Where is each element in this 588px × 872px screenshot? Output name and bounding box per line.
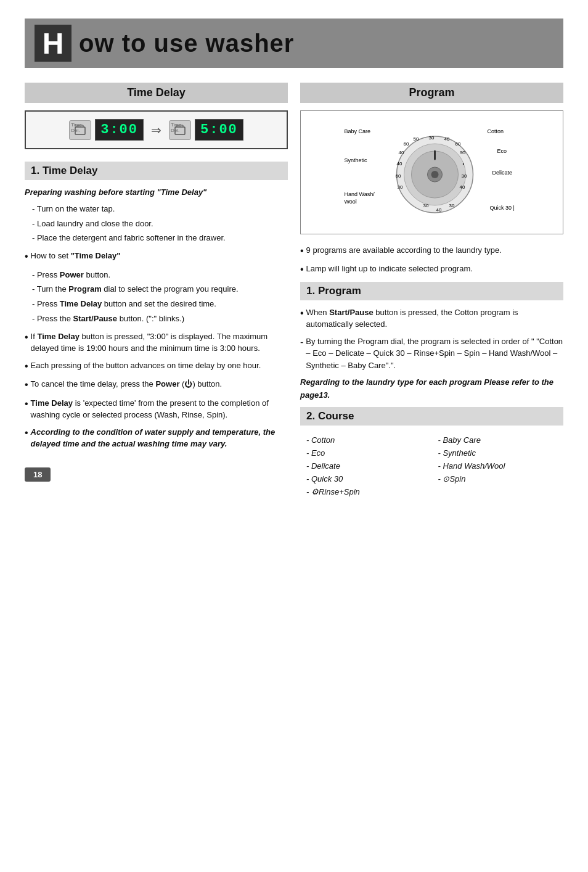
svg-text:30: 30 <box>423 203 429 208</box>
italic-note-text: Regarding to the laundry type for each p… <box>300 376 563 402</box>
program-section-header: Program <box>300 83 563 103</box>
svg-text:40: 40 <box>460 184 465 190</box>
td-unit-2: Time Del. 5:00 <box>169 119 243 141</box>
svg-text:60: 60 <box>404 141 409 147</box>
main-content: Time Delay Time Del. 3:00 ⇒ Time Del. <box>25 83 563 500</box>
prog-bullet-2-text: Lamp will light up to indicate selected … <box>306 263 563 275</box>
time-delay-bold-4: Time Delay <box>31 398 73 408</box>
bullet-5-text: According to the condition of water supp… <box>31 426 288 450</box>
how-to-set: • How to set "Time Delay" Press Power bu… <box>25 250 288 326</box>
svg-text:60: 60 <box>396 173 401 179</box>
page-number: 18 <box>25 467 51 482</box>
start-pause-bold: Start/Pause <box>73 314 117 323</box>
svg-text:Wool: Wool <box>345 199 357 205</box>
svg-text:Quick 30 |: Quick 30 | <box>490 205 515 211</box>
ht-step-4: Press the Start/Pause button. (":" blink… <box>25 313 288 326</box>
right-column: Program Baby Care Synthetic Hand Wash/ W… <box>300 83 563 500</box>
page-header: H ow to use washer <box>25 19 563 68</box>
td-unit-1: Time Del. 3:00 <box>69 119 144 141</box>
italic-note-section: Regarding to the laundry type for each p… <box>300 376 563 402</box>
course-grid: - Cotton - Baby Care - Eco - Synthetic -… <box>300 432 563 500</box>
program-dial-svg: Baby Care Synthetic Hand Wash/ Wool Cott… <box>306 116 558 227</box>
time-delay-display: Time Del. 3:00 ⇒ Time Del. 5:00 <box>25 110 288 149</box>
bullet-dot-5: • <box>25 397 28 411</box>
prog-bullet-2: • Lamp will light up to indicate selecte… <box>300 263 563 276</box>
td-time-1: 3:00 <box>95 119 144 141</box>
start-pause-bold-2: Start/Pause <box>329 308 374 317</box>
power-bold-2: Power <box>155 379 179 389</box>
program-dial-display: Baby Care Synthetic Hand Wash/ Wool Cott… <box>300 110 563 234</box>
svg-text:40: 40 <box>399 150 404 155</box>
svg-text:60: 60 <box>455 141 461 147</box>
bullet-4-item: • Time Delay is 'expected time' from the… <box>25 397 288 421</box>
how-to-header-item: • How to set "Time Delay" <box>25 250 288 263</box>
time-delay-section-header: Time Delay <box>25 83 288 103</box>
prog-detail-dot-2: - <box>300 335 303 349</box>
bullet-2-item: • Each pressing of the button advances o… <box>25 360 288 373</box>
how-to-header-text: How to set "Time Delay" <box>31 250 288 262</box>
bullet-dot-2: • <box>25 331 28 344</box>
bullet-dot-6: • <box>25 426 28 440</box>
svg-text:Cotton: Cotton <box>488 128 504 134</box>
course-hand-wash: - Hand Wash/Wool <box>438 460 558 472</box>
svg-text:Baby Care: Baby Care <box>345 128 371 134</box>
prog-bullet-1-text: 9 programs are available according to th… <box>306 244 563 257</box>
svg-text:40: 40 <box>436 207 442 213</box>
svg-text:Hand Wash/: Hand Wash/ <box>345 191 375 197</box>
ht-step-2: Turn the Program dial to select the prog… <box>25 283 288 296</box>
svg-text:40: 40 <box>397 161 402 167</box>
preparing-italic: Preparing washing before starting "Time … <box>25 187 206 197</box>
bullet-dot-4: • <box>25 378 28 392</box>
program-bold: Program <box>68 284 101 294</box>
step-1: Turn on the water tap. <box>25 203 288 216</box>
svg-text:•: • <box>463 161 465 167</box>
prog-detail-1-text: When Start/Pause button is pressed, the … <box>306 306 563 331</box>
prog-detail-2-text: By turning the Program dial, the program… <box>306 335 563 372</box>
program-sub-header: 1. Program <box>300 282 563 300</box>
bullet-5-item: • According to the condition of water su… <box>25 426 288 450</box>
svg-text:95: 95 <box>460 150 466 155</box>
bullet-4-text: Time Delay is 'expected time' from the p… <box>31 397 288 421</box>
program-bullets-section: • 9 programs are available according to … <box>300 244 563 277</box>
td-arrow: ⇒ <box>151 123 161 138</box>
course-rinse-spin: - ⚙Rinse+Spin <box>306 486 426 498</box>
course-quick30: - Quick 30 <box>306 473 426 485</box>
course-eco: - Eco <box>306 447 426 459</box>
preparing-text: Preparing washing before starting "Time … <box>25 186 288 245</box>
left-column: Time Delay Time Del. 3:00 ⇒ Time Del. <box>25 83 288 500</box>
td-icon-1: Time Del. <box>69 120 91 140</box>
course-cotton: - Cotton <box>306 434 426 446</box>
bullet-1-item: • If Time Delay button is pressed, "3:00… <box>25 331 288 355</box>
course-baby-care: - Baby Care <box>438 434 558 446</box>
bullet-3-text: To cancel the time delay, press the Powe… <box>31 378 288 390</box>
svg-text:Synthetic: Synthetic <box>345 157 368 163</box>
time-delay-sub-header: 1. Time Delay <box>25 162 288 180</box>
svg-text:30: 30 <box>398 184 403 190</box>
td-time-2: 5:00 <box>195 119 243 141</box>
ht-step-1: Press Power button. <box>25 269 288 282</box>
prog-bullet-1: • 9 programs are available according to … <box>300 244 563 258</box>
course-spin: - ⊙Spin <box>438 473 558 485</box>
header-letter: H <box>35 25 71 62</box>
how-to-steps-list: Press Power button. Turn the Program dia… <box>25 269 288 326</box>
course-empty <box>438 486 558 498</box>
prog-bullet-dot-2: • <box>300 263 304 276</box>
prog-detail-dot-1: • <box>300 306 304 320</box>
bullet-dot-3: • <box>25 360 28 373</box>
bullet-dot-1: • <box>25 250 28 263</box>
svg-point-31 <box>431 171 439 178</box>
svg-text:40: 40 <box>444 136 450 142</box>
svg-text:Delicate: Delicate <box>492 170 513 176</box>
header-title: ow to use washer <box>79 30 294 57</box>
svg-text:30: 30 <box>449 203 455 208</box>
step-2: Load laundry and close the door. <box>25 218 288 231</box>
program-details: • When Start/Pause button is pressed, th… <box>300 306 563 372</box>
course-sub-header: 2. Course <box>300 407 563 426</box>
svg-text:30: 30 <box>462 173 467 179</box>
power-bold: Power <box>60 270 84 279</box>
course-delicate: - Delicate <box>306 460 426 472</box>
td-label-2: Time Del. <box>171 122 190 133</box>
prog-detail-1: • When Start/Pause button is pressed, th… <box>300 306 563 331</box>
ht-step-3: Press Time Delay button and set the desi… <box>25 298 288 311</box>
bullet-3-item: • To cancel the time delay, press the Po… <box>25 378 288 392</box>
